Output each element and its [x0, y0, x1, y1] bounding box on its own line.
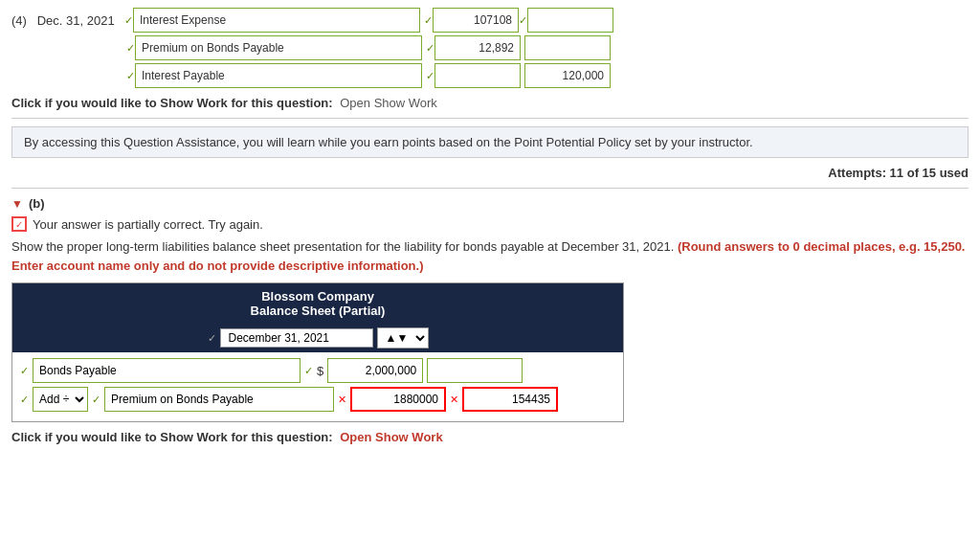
bs-x-premium-2: ✕: [450, 394, 458, 406]
credit-input-1[interactable]: [527, 8, 613, 33]
section-label: (4): [11, 13, 27, 28]
bs-row-premium: ✓ Add ÷ ✓ ✕ ✕: [20, 387, 615, 412]
bs-title: Balance Sheet (Partial): [18, 304, 617, 318]
bs-date-input[interactable]: [220, 328, 373, 348]
check-icon-debit-3: ✓: [426, 70, 434, 82]
journal-row-3: ✓ ✓: [126, 63, 969, 88]
bs-date-select[interactable]: ▲▼: [377, 327, 429, 349]
show-work-section-2: Click if you would like to Show Work for…: [11, 430, 969, 444]
debit-input-2[interactable]: [434, 35, 521, 60]
bs-body: ✓ ✓ $ ✓ Add ÷ ✓ ✕ ✕: [12, 352, 623, 421]
check-icon-3: ✓: [126, 70, 135, 82]
info-box: By accessing this Question Assistance, y…: [11, 126, 969, 158]
bonds-payable-input[interactable]: [33, 358, 301, 383]
partial-correct-banner: ✓ Your answer is partially correct. Try …: [11, 216, 969, 232]
check-icon-1: ✓: [124, 14, 133, 27]
divider-1: [11, 118, 969, 119]
bs-check-bonds-amount: ✓: [304, 365, 313, 377]
show-work-label-1: Click if you would like to Show Work for…: [11, 96, 333, 110]
section-b: ▼ (b) ✓ Your answer is partially correct…: [11, 196, 969, 444]
bs-date-check: ✓: [208, 332, 216, 345]
account-input-1[interactable]: [133, 8, 420, 33]
entry-date: Dec. 31, 2021: [37, 13, 115, 28]
check-icon-credit-1: ✓: [519, 14, 527, 27]
show-work-label-2: Click if you would like to Show Work for…: [11, 430, 333, 444]
company-name: Blossom Company: [18, 289, 617, 304]
page-container: (4) Dec. 31, 2021 ✓ ✓ ✓ ✓ ✓ ✓ ✓: [0, 0, 980, 460]
instruction-text: Show the proper long-term liabilities ba…: [11, 237, 969, 275]
journal-row-1: (4) Dec. 31, 2021 ✓ ✓ ✓: [11, 8, 969, 33]
bs-row-bonds: ✓ ✓ $: [20, 358, 615, 383]
debit-input-3[interactable]: [434, 63, 521, 88]
show-work-link-2[interactable]: Open Show Work: [340, 430, 442, 444]
instruction-1: Show the proper long-term liabilities ba…: [11, 239, 674, 254]
bs-check-premium-account: ✓: [92, 394, 100, 406]
section-4: (4) Dec. 31, 2021 ✓ ✓ ✓ ✓ ✓ ✓ ✓: [11, 8, 969, 88]
add-dropdown[interactable]: Add ÷: [33, 387, 88, 412]
attempts-line: Attempts: 11 of 15 used: [11, 166, 969, 180]
bs-header: Blossom Company Balance Sheet (Partial): [12, 283, 623, 324]
bonds-payable-amount[interactable]: [327, 358, 423, 383]
bs-check-bonds: ✓: [20, 365, 29, 377]
debit-input-1[interactable]: [433, 8, 519, 33]
bonds-payable-total[interactable]: [427, 358, 523, 383]
balance-sheet-container: Blossom Company Balance Sheet (Partial) …: [11, 282, 624, 422]
section-b-header: ▼ (b): [11, 196, 969, 211]
bs-x-premium-1: ✕: [338, 394, 346, 406]
account-input-3[interactable]: [135, 63, 422, 88]
triangle-icon: ▼: [11, 197, 23, 211]
divider-2: [11, 188, 969, 189]
show-work-section-1: Click if you would like to Show Work for…: [11, 96, 969, 110]
premium-amount-1[interactable]: [350, 387, 446, 412]
show-work-link-1[interactable]: Open Show Work: [340, 96, 437, 110]
premium-bonds-input[interactable]: [104, 387, 334, 412]
credit-input-3[interactable]: [524, 63, 611, 88]
check-icon-debit-1: ✓: [424, 14, 433, 27]
journal-row-2: ✓ ✓: [126, 35, 969, 60]
check-icon-debit-2: ✓: [426, 42, 434, 55]
credit-input-2[interactable]: [524, 35, 611, 60]
date-label: (4) Dec. 31, 2021: [11, 13, 117, 28]
partial-correct-icon: ✓: [11, 216, 27, 232]
info-text: By accessing this Question Assistance, y…: [24, 135, 753, 149]
dollar-sign-bonds: $: [317, 364, 323, 378]
account-input-2[interactable]: [135, 35, 422, 60]
bs-date-row: ✓ ▲▼: [12, 324, 623, 352]
attempts-label: Attempts: 11 of 15 used: [828, 166, 969, 180]
premium-amount-2[interactable]: [462, 387, 558, 412]
bs-check-premium: ✓: [20, 394, 29, 406]
partial-correct-msg: Your answer is partially correct. Try ag…: [33, 217, 263, 232]
check-icon-2: ✓: [126, 42, 135, 55]
section-b-label: (b): [29, 196, 45, 211]
